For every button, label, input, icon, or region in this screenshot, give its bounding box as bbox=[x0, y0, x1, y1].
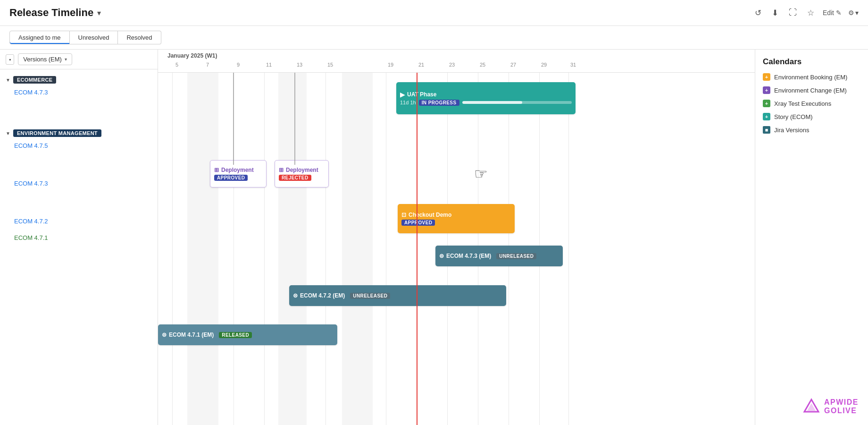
settings-chevron-icon: ▾ bbox=[855, 9, 859, 17]
star-button[interactable]: ☆ bbox=[805, 6, 816, 20]
collapse-button[interactable]: ▪ bbox=[6, 54, 14, 65]
event-deployment2[interactable]: ⊞ Deployment REJECTED bbox=[275, 160, 329, 187]
cal-icon-jira: ■ bbox=[763, 126, 770, 134]
today-line bbox=[417, 73, 417, 425]
page-title: Release Timeline bbox=[9, 7, 93, 19]
brand-name: APWIDE bbox=[824, 398, 859, 407]
event-472em-title: ECOM 4.7.2 (EM) bbox=[300, 292, 345, 299]
group-ecommerce[interactable]: ▼ ECOMMERCE bbox=[0, 73, 158, 86]
calendar-jira[interactable]: ■ Jira Versions bbox=[763, 126, 860, 134]
calendar-env-booking[interactable]: + Environment Booking (EM) bbox=[763, 73, 860, 81]
event-ecom472-em[interactable]: ⊜ ECOM 4.7.2 (EM) UNRELEASED bbox=[289, 285, 506, 306]
group-badge-env: ENVIRONMENT MANAGEMENT bbox=[13, 129, 101, 137]
calendar-story[interactable]: + Story (ECOM) bbox=[763, 113, 860, 120]
brand-logo bbox=[802, 398, 820, 416]
edit-button[interactable]: Edit ✎ bbox=[823, 9, 842, 17]
weekend-shade-3 bbox=[342, 73, 373, 425]
month-label: January 2025 (W1) bbox=[167, 52, 750, 60]
event-uat-status: IN PROGRESS bbox=[419, 100, 459, 106]
event-dep1-status: APPROVED bbox=[214, 175, 248, 181]
cal-label-env-booking: Environment Booking (EM) bbox=[774, 74, 847, 81]
event-473em-status: UNRELEASED bbox=[496, 253, 536, 259]
grid-line-11 bbox=[264, 73, 265, 425]
cal-icon-xray: + bbox=[763, 100, 770, 107]
pencil-icon: ✎ bbox=[836, 9, 842, 17]
day-25: 25 bbox=[480, 62, 485, 68]
download-button[interactable]: ⬇ bbox=[770, 6, 780, 20]
day-13: 13 bbox=[297, 62, 302, 68]
cal-icon-story: + bbox=[763, 113, 770, 120]
header-actions: ↺ ⬇ ⛶ ☆ Edit ✎ ⚙ ▾ bbox=[753, 6, 859, 20]
event-uat-progress-fill bbox=[462, 101, 523, 104]
refresh-button[interactable]: ↺ bbox=[753, 6, 763, 20]
event-uat-header: ▶ UAT Phase bbox=[400, 91, 572, 98]
event-471em-status: RELEASED bbox=[219, 332, 252, 338]
grid-line-31 bbox=[568, 73, 569, 425]
cal-icon-env-change: + bbox=[763, 86, 770, 94]
grid-line-19 bbox=[386, 73, 386, 425]
tab-unresolved[interactable]: Unresolved bbox=[70, 31, 118, 44]
cal-icon-env-booking: + bbox=[763, 73, 770, 81]
grid-line-9 bbox=[234, 73, 234, 425]
version-item-ecom475[interactable]: ECOM 4.7.5 bbox=[0, 140, 158, 152]
event-uat[interactable]: ▶ UAT Phase 11d 1h IN PROGRESS bbox=[396, 82, 576, 114]
weekend-shade-1 bbox=[187, 73, 218, 425]
cursor-hand: ☞ bbox=[474, 165, 488, 183]
grid-line-15 bbox=[326, 73, 326, 425]
event-uat-duration: 11d 1h bbox=[400, 100, 416, 105]
event-checkout-header: ⊡ Checkout Demo bbox=[401, 212, 511, 218]
calendar-env-change[interactable]: + Environment Change (EM) bbox=[763, 86, 860, 94]
group-env-management[interactable]: ▼ ENVIRONMENT MANAGEMENT bbox=[0, 127, 158, 140]
event-dep1-title: Deployment bbox=[221, 167, 254, 173]
dropdown-chevron-icon: ▾ bbox=[65, 57, 67, 62]
version-item-ecom471[interactable]: ECOM 4.7.1 bbox=[0, 232, 158, 244]
event-uat-title: UAT Phase bbox=[407, 91, 436, 98]
cal-label-jira: Jira Versions bbox=[774, 127, 809, 134]
event-dep1-header: ⊞ Deployment bbox=[214, 167, 262, 173]
day-19: 19 bbox=[388, 62, 393, 68]
event-dep2-header: ⊞ Deployment bbox=[279, 167, 325, 173]
event-dep1-icon: ⊞ bbox=[214, 167, 219, 173]
version-item-ecom473-b[interactable]: ECOM 4.7.3 bbox=[0, 178, 158, 189]
event-dep2-meta: REJECTED bbox=[279, 175, 325, 181]
day-11: 11 bbox=[266, 62, 272, 68]
event-checkout-icon: ⊡ bbox=[401, 212, 406, 218]
title-chevron-icon[interactable]: ▾ bbox=[97, 8, 101, 17]
tree-list: ▼ ECOMMERCE ECOM 4.7.3 ▼ ENVIRONMENT MAN… bbox=[0, 69, 158, 425]
tabs-bar: Assigned to me Unresolved Resolved bbox=[0, 26, 868, 50]
event-uat-icon: ▶ bbox=[400, 91, 405, 98]
day-31: 31 bbox=[570, 62, 576, 68]
version-item-ecom473-a[interactable]: ECOM 4.7.3 bbox=[0, 86, 158, 98]
event-dep2-icon: ⊞ bbox=[279, 167, 284, 173]
branding: APWIDE GOLIVE bbox=[802, 398, 859, 416]
event-checkout-title: Checkout Demo bbox=[409, 212, 451, 218]
event-473em-icon: ⊜ bbox=[439, 253, 444, 259]
versions-dropdown[interactable]: Versions (EM) ▾ bbox=[18, 53, 72, 65]
edit-label: Edit bbox=[823, 9, 834, 17]
day-15: 15 bbox=[327, 62, 333, 68]
fullscreen-button[interactable]: ⛶ bbox=[787, 6, 799, 19]
tab-assigned[interactable]: Assigned to me bbox=[9, 31, 70, 44]
event-checkout[interactable]: ⊡ Checkout Demo APPROVED bbox=[398, 204, 515, 233]
weekend-shade-2 bbox=[278, 73, 307, 425]
event-471em-icon: ⊜ bbox=[162, 332, 167, 338]
event-ecom471-em[interactable]: ⊜ ECOM 4.7.1 (EM) RELEASED bbox=[158, 324, 337, 345]
brand-sub: GOLIVE bbox=[824, 407, 859, 415]
day-23: 23 bbox=[449, 62, 455, 68]
filter-bar: ▪ Versions (EM) ▾ bbox=[0, 50, 158, 69]
versions-label: Versions (EM) bbox=[23, 56, 62, 63]
grid-line-5 bbox=[172, 73, 173, 425]
tab-resolved[interactable]: Resolved bbox=[118, 31, 161, 44]
event-deployment1[interactable]: ⊞ Deployment APPROVED bbox=[210, 160, 267, 187]
event-ecom473-em[interactable]: ⊜ ECOM 4.7.3 (EM) UNRELEASED bbox=[435, 246, 563, 266]
calendar-xray[interactable]: + Xray Test Executions bbox=[763, 100, 860, 107]
event-uat-progress-bg bbox=[462, 101, 572, 104]
right-sidebar: Calendars + Environment Booking (EM) + E… bbox=[755, 50, 868, 425]
event-472em-icon: ⊜ bbox=[293, 292, 298, 299]
group-triangle-env-icon: ▼ bbox=[6, 131, 10, 136]
event-checkout-meta: APPROVED bbox=[401, 220, 511, 226]
day-21: 21 bbox=[418, 62, 424, 68]
settings-button[interactable]: ⚙ ▾ bbox=[848, 9, 859, 17]
version-item-ecom472[interactable]: ECOM 4.7.2 bbox=[0, 215, 158, 227]
day-9: 9 bbox=[237, 62, 240, 68]
